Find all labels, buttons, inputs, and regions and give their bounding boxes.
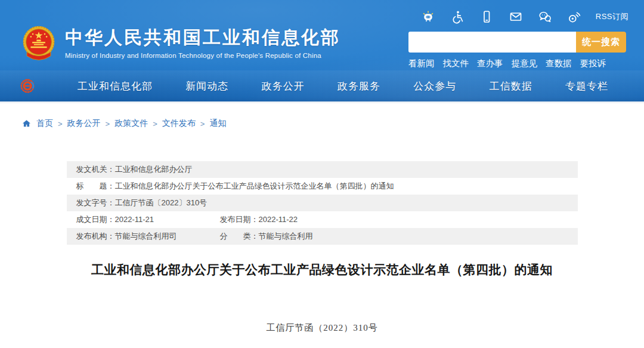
quick-link-news[interactable]: 看新闻 <box>408 58 435 69</box>
site-subtitle-en: Ministry of Industry and Information Tec… <box>65 52 340 59</box>
meta-row-dates: 成文日期：2022-11-21 发布日期：2022-11-22 <box>67 211 578 228</box>
meta-value: 工业和信息化部办公厅关于公布工业产品绿色设计示范企业名单（第四批）的通知 <box>115 181 394 190</box>
nav-items: 工业和信息化部 新闻动态 政务公开 政务服务 公众参与 工信数据 专题专栏 <box>37 79 644 93</box>
breadcrumb-separator: > <box>200 119 205 128</box>
quick-link-complaints[interactable]: 要投诉 <box>580 58 606 69</box>
breadcrumb-separator: > <box>106 119 110 128</box>
breadcrumb-separator: > <box>153 119 157 128</box>
meta-label: 标 题： <box>76 181 115 190</box>
search-box: 统一搜索 <box>408 32 626 53</box>
document-main: 发文机关：工业和信息化部办公厅 标 题：工业和信息化部办公厅关于公布工业产品绿色… <box>0 161 644 334</box>
quick-link-documents[interactable]: 找文件 <box>443 58 469 69</box>
meta-row-title: 标 题：工业和信息化部办公厅关于公布工业产品绿色设计示范企业名单（第四批）的通知 <box>67 178 578 195</box>
quick-links: 看新闻 找文件 查办事 提意见 查数据 要投诉 <box>408 58 626 69</box>
unified-search-button[interactable]: 统一搜索 <box>576 32 626 53</box>
document-number: 工信厅节函（2022）310号 <box>0 322 644 334</box>
site-header: RSS订阅 <box>0 0 644 103</box>
search-input[interactable] <box>408 32 576 53</box>
document-meta-table: 发文机关：工业和信息化部办公厅 标 题：工业和信息化部办公厅关于公布工业产品绿色… <box>67 161 578 245</box>
utility-icon-row: RSS订阅 <box>420 9 628 24</box>
home-icon[interactable] <box>21 119 32 129</box>
quick-link-services[interactable]: 查办事 <box>477 58 503 69</box>
meta-value: 工信厅节函〔2022〕310号 <box>115 198 208 207</box>
mail-icon[interactable] <box>508 9 524 24</box>
quick-link-suggestions[interactable]: 提意见 <box>512 58 538 69</box>
meta-label: 发文机关： <box>76 165 115 174</box>
nav-item-miit-data[interactable]: 工信数据 <box>490 79 532 93</box>
meta-row-issuing-agency: 发文机关：工业和信息化部办公厅 <box>67 161 578 178</box>
national-emblem-logo <box>21 25 56 64</box>
meta-value: 2022-11-22 <box>259 215 298 224</box>
weibo-icon[interactable] <box>566 9 582 24</box>
meta-value: 2022-11-21 <box>115 215 154 224</box>
meta-value: 节能与综合利用司 <box>115 232 177 241</box>
document-title: 工业和信息化部办公厅关于公布工业产品绿色设计示范企业名单（第四批）的通知 <box>0 261 644 278</box>
breadcrumb-item-home[interactable]: 首页 <box>36 118 53 129</box>
nav-item-gov-services[interactable]: 政务服务 <box>338 79 380 93</box>
nav-item-miit[interactable]: 工业和信息化部 <box>78 79 153 93</box>
breadcrumb-item-gov-disclosure[interactable]: 政务公开 <box>67 118 101 129</box>
mascot-icon[interactable] <box>420 9 436 24</box>
wechat-icon[interactable] <box>537 9 553 24</box>
breadcrumb-item-policy-documents[interactable]: 政策文件 <box>114 118 148 129</box>
page: RSS订阅 <box>0 0 644 348</box>
breadcrumb: 首页 > 政务公开 > 政策文件 > 文件发布 > 通知 <box>0 103 644 130</box>
brand-text: 中华人民共和国工业和信息化部 Ministry of Industry and … <box>65 25 340 59</box>
nav-item-news[interactable]: 新闻动态 <box>185 79 228 93</box>
quick-link-data[interactable]: 查数据 <box>546 58 572 69</box>
miit-gear-logo-icon <box>19 77 37 95</box>
breadcrumb-item-notice[interactable]: 通知 <box>209 118 226 129</box>
meta-label: 发布日期： <box>220 215 259 224</box>
accessibility-icon[interactable] <box>450 9 465 24</box>
search-area: 统一搜索 看新闻 找文件 查办事 提意见 查数据 要投诉 <box>408 32 626 69</box>
nav-item-special-topics[interactable]: 专题专栏 <box>565 79 608 93</box>
breadcrumb-item-document-release[interactable]: 文件发布 <box>162 118 196 129</box>
meta-value: 工业和信息化部办公厅 <box>115 165 193 174</box>
meta-label: 成文日期： <box>76 215 115 224</box>
site-title: 中华人民共和国工业和信息化部 <box>65 27 340 48</box>
meta-row-document-number: 发文字号：工信厅节函〔2022〕310号 <box>67 195 578 211</box>
mobile-icon[interactable] <box>479 9 494 24</box>
brand: 中华人民共和国工业和信息化部 Ministry of Industry and … <box>21 25 340 64</box>
meta-label: 发文字号： <box>76 198 115 207</box>
meta-value: 节能与综合利用 <box>259 232 313 241</box>
meta-label: 发布机构： <box>76 232 115 241</box>
meta-label: 分 类： <box>220 232 259 241</box>
main-nav: 工业和信息化部 新闻动态 政务公开 政务服务 公众参与 工信数据 专题专栏 <box>0 70 644 101</box>
nav-item-public-participation[interactable]: 公众参与 <box>413 79 456 93</box>
rss-subscribe-link[interactable]: RSS订阅 <box>596 11 628 22</box>
breadcrumb-separator: > <box>58 119 63 128</box>
nav-item-gov-disclosure[interactable]: 政务公开 <box>262 79 305 93</box>
meta-row-publisher-category: 发布机构：节能与综合利用司 分 类：节能与综合利用 <box>67 228 578 245</box>
